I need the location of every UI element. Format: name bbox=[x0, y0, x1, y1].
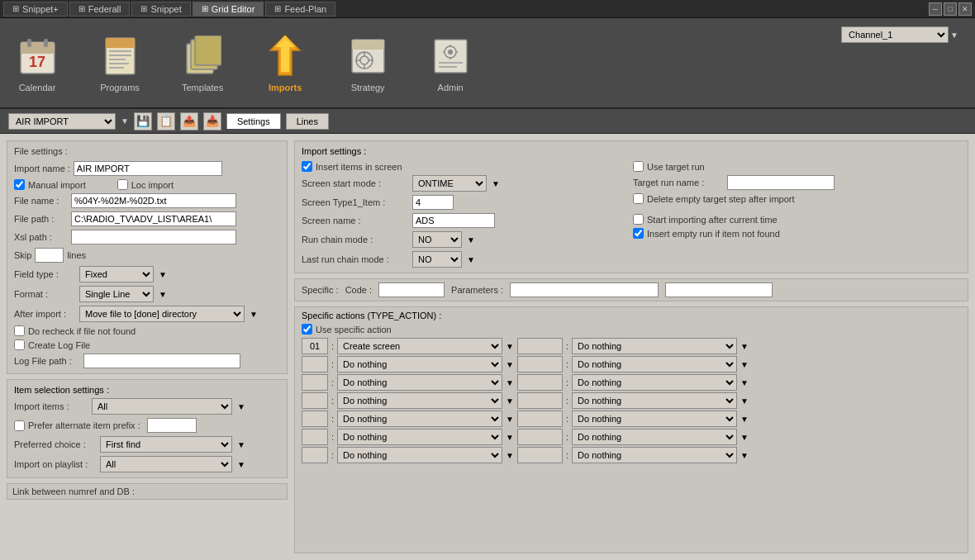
lines-text: lines bbox=[67, 250, 86, 260]
action-right-5[interactable]: Do nothingCreate screen bbox=[572, 411, 737, 427]
window-minimize[interactable]: ─ bbox=[929, 2, 942, 16]
use-specific-checkbox[interactable] bbox=[302, 324, 312, 335]
file-name-input[interactable] bbox=[71, 193, 236, 208]
sidebar-item-admin[interactable]: Admin bbox=[430, 34, 471, 93]
run-chain-dropdown[interactable]: NOYES bbox=[412, 231, 462, 248]
action-num-3 bbox=[302, 374, 328, 391]
sidebar-item-strategy[interactable]: Strategy bbox=[347, 34, 388, 93]
tab-icon: ⊞ bbox=[12, 4, 19, 13]
action-right-arrow-5: ▼ bbox=[740, 415, 749, 424]
tab-grid-editor[interactable]: ⊞ Grid Editor bbox=[193, 2, 264, 17]
screen-start-mode-dropdown[interactable]: ONTIMEMANUAL bbox=[412, 175, 487, 192]
loc-import-label: Loc import bbox=[131, 180, 174, 190]
action-right-7[interactable]: Do nothingCreate screen bbox=[572, 447, 737, 463]
start-importing-checkbox[interactable] bbox=[633, 214, 644, 225]
action-row-5: : Do nothingCreate screen ▼ : Do nothing… bbox=[302, 411, 961, 427]
sidebar-item-imports[interactable]: Imports bbox=[264, 34, 306, 93]
action-num-1: 01 bbox=[302, 338, 328, 354]
log-path-input[interactable] bbox=[83, 354, 240, 368]
import-playlist-row: Import on playlist : All ▼ bbox=[14, 456, 280, 472]
preferred-choice-label: Preferred choice : bbox=[14, 439, 97, 449]
action-left-arrow-6: ▼ bbox=[506, 433, 514, 442]
save-button[interactable]: 💾 bbox=[134, 112, 152, 131]
insert-items-checkbox[interactable] bbox=[302, 161, 312, 172]
window-close[interactable]: ✕ bbox=[958, 2, 972, 16]
settings-tab[interactable]: Settings bbox=[226, 113, 281, 129]
import-name-input[interactable] bbox=[74, 161, 222, 176]
field-type-dropdown[interactable]: FixedCSVXML bbox=[79, 266, 154, 282]
specific-params-label: Parameters : bbox=[451, 285, 503, 295]
create-log-checkbox[interactable] bbox=[14, 339, 25, 350]
action-left-7[interactable]: Do nothingCreate screen bbox=[337, 447, 502, 463]
action-left-arrow-3: ▼ bbox=[506, 378, 514, 387]
use-target-label: Use target run bbox=[647, 162, 705, 172]
action-right-6[interactable]: Do nothingCreate screen bbox=[572, 429, 737, 445]
import-playlist-label: Import on playlist : bbox=[14, 459, 97, 469]
screen-start-mode-label: Screen start mode : bbox=[302, 178, 409, 188]
action-left-3[interactable]: Do nothingCreate screen bbox=[337, 374, 502, 391]
window-maximize[interactable]: □ bbox=[944, 2, 957, 16]
last-run-chain-dropdown[interactable]: NOYES bbox=[412, 251, 462, 268]
manual-import-label: Manual import bbox=[28, 180, 86, 190]
preferred-choice-row: Preferred choice : First findLast find ▼ bbox=[14, 436, 280, 453]
loc-import-checkbox[interactable] bbox=[117, 179, 128, 190]
manual-import-checkbox[interactable] bbox=[14, 179, 25, 190]
action-left-4[interactable]: Do nothingCreate screen bbox=[337, 392, 502, 409]
action-left-arrow-2: ▼ bbox=[506, 360, 514, 369]
admin-icon bbox=[430, 34, 471, 79]
specific-params-input1[interactable] bbox=[510, 282, 659, 297]
screen-name-input[interactable] bbox=[412, 213, 495, 228]
file-path-input[interactable] bbox=[71, 211, 236, 226]
format-dropdown[interactable]: Single LineMulti Line bbox=[79, 286, 154, 302]
prefer-alt-checkbox[interactable] bbox=[14, 420, 25, 431]
export-button[interactable]: 📤 bbox=[180, 112, 198, 131]
channel-dropdown[interactable]: Channel_1 bbox=[841, 26, 949, 43]
imports-icon bbox=[264, 34, 306, 79]
import-playlist-dropdown[interactable]: All bbox=[100, 456, 232, 472]
after-import-label: After import : bbox=[14, 309, 76, 319]
action-left-1[interactable]: Create screenDo nothing bbox=[337, 338, 502, 354]
action-right-2[interactable]: Do nothingCreate screen bbox=[572, 356, 737, 373]
action-right-1[interactable]: Do nothingCreate screen bbox=[572, 338, 737, 354]
action-right-3[interactable]: Do nothingCreate screen bbox=[572, 374, 737, 391]
import-button[interactable]: 📥 bbox=[203, 112, 221, 131]
insert-empty-checkbox[interactable] bbox=[633, 228, 644, 239]
xsl-path-input[interactable] bbox=[71, 230, 236, 244]
use-target-checkbox[interactable] bbox=[633, 161, 644, 172]
action-left-6[interactable]: Do nothingCreate screen bbox=[337, 429, 502, 445]
prefer-alt-input[interactable] bbox=[147, 418, 197, 433]
svg-rect-15 bbox=[195, 36, 221, 65]
sidebar-item-templates[interactable]: Templates bbox=[182, 34, 223, 93]
sidebar-item-programs[interactable]: Programs bbox=[99, 34, 140, 93]
specific-params-input2[interactable] bbox=[665, 282, 773, 297]
tab-snippet-plus[interactable]: ⊞ Snippet+ bbox=[3, 2, 68, 17]
tab-snippet[interactable]: ⊞ Snippet bbox=[131, 2, 190, 17]
specific-code-input[interactable] bbox=[378, 282, 445, 297]
skip-label: Skip bbox=[14, 250, 31, 260]
recheck-label: Do recheck if file not found bbox=[28, 326, 136, 336]
recheck-checkbox[interactable] bbox=[14, 325, 25, 336]
action-right-4[interactable]: Do nothingCreate screen bbox=[572, 392, 737, 409]
specific-actions-box: Specific actions (TYPE_ACTION) : Use spe… bbox=[294, 306, 968, 553]
preferred-choice-dropdown[interactable]: First findLast find bbox=[100, 436, 232, 453]
import-items-dropdown[interactable]: AllSelected bbox=[92, 398, 232, 415]
target-run-name-input[interactable] bbox=[727, 175, 835, 190]
tab-federall[interactable]: ⊞ Federall bbox=[69, 2, 131, 17]
sidebar-item-calendar[interactable]: 17 Calendar bbox=[17, 34, 58, 93]
delete-empty-checkbox[interactable] bbox=[633, 193, 644, 204]
lines-tab[interactable]: Lines bbox=[286, 113, 329, 130]
after-import-dropdown[interactable]: Move file to [done] directory Delete fil… bbox=[79, 306, 245, 322]
svg-rect-4 bbox=[27, 39, 31, 47]
import-dropdown[interactable]: AIR IMPORT bbox=[8, 113, 116, 130]
screen-name-label: Screen name : bbox=[302, 216, 409, 225]
copy-button[interactable]: 📋 bbox=[157, 112, 175, 131]
specific-code-label: Code : bbox=[345, 285, 372, 295]
action-left-5[interactable]: Do nothingCreate screen bbox=[337, 411, 502, 427]
action-left-2[interactable]: Do nothingCreate screen bbox=[337, 356, 502, 373]
delete-empty-row: Delete empty target step after import bbox=[633, 193, 961, 204]
skip-input[interactable] bbox=[35, 248, 64, 263]
screen-type1-input[interactable] bbox=[412, 195, 454, 210]
title-bar: ⊞ Snippet+ ⊞ Federall ⊞ Snippet ⊞ Grid E… bbox=[0, 0, 975, 18]
tab-feed-plan[interactable]: ⊞ Feed-Plan bbox=[265, 2, 335, 17]
import-name-row: Import name : bbox=[14, 161, 280, 176]
